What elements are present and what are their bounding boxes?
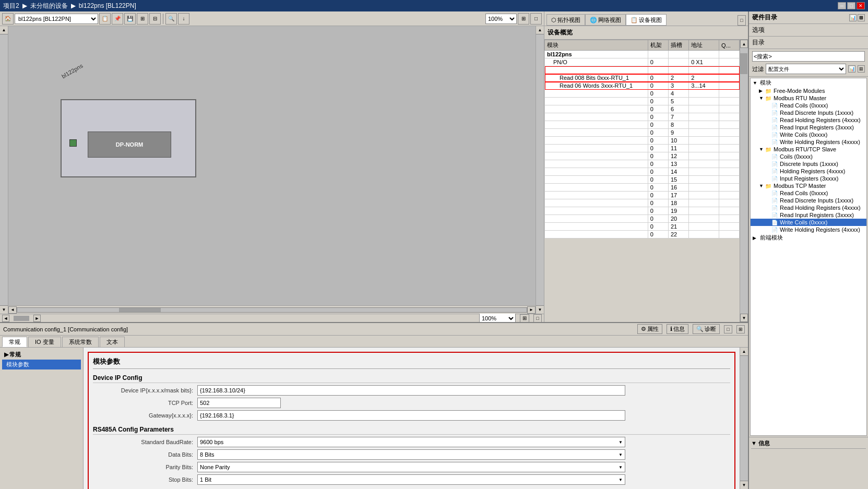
overview-table[interactable]: 模块 机架 插槽 地址 Q... bl122pns <box>544 40 740 322</box>
toolbar-grid-button[interactable]: ⊞ <box>137 13 148 25</box>
canvas-vscroll-right[interactable]: ▲ ▼ <box>536 26 544 314</box>
overview-vscroll[interactable]: ▲ ▼ <box>740 40 748 322</box>
device-box[interactable]: DP-NORM <box>61 99 196 177</box>
hscroll-thumb[interactable] <box>119 308 161 312</box>
table-row[interactable]: bl122pns <box>545 51 740 58</box>
tree-item[interactable]: 📄Coils (0xxxx) <box>751 153 866 160</box>
toolbar-paste-button[interactable]: 📌 <box>112 13 123 25</box>
bottom-float-button[interactable]: ⊞ <box>736 325 745 333</box>
table-row[interactable]: 0 10 <box>545 137 740 145</box>
table-row[interactable]: 0 7 <box>545 113 740 121</box>
tab-io-vars[interactable]: IO 变量 <box>28 337 61 347</box>
table-row[interactable]: 0 18 <box>545 199 740 207</box>
toolbar-save-button[interactable]: 💾 <box>124 13 136 25</box>
tree-item[interactable]: ▼📁Modbus TCP Master <box>751 182 866 189</box>
status-expand-button[interactable]: □ <box>533 314 542 323</box>
table-row[interactable]: Read 008 Bits 0xxx-RTU_1 0 2 2 <box>545 74 740 82</box>
toolbar-layout-button[interactable]: ⊟ <box>149 13 161 25</box>
hw-search-input[interactable] <box>752 51 865 62</box>
toolbar-copy-button[interactable]: 📋 <box>99 13 111 25</box>
table-row[interactable]: 0 19 <box>545 207 740 215</box>
status-arrow-left[interactable]: ◄ <box>2 315 9 322</box>
hw-tree[interactable]: ▼模块▶📁Free-Mode Modules▼📁Modbus RTU Maste… <box>750 78 867 436</box>
overview-scroll-up[interactable]: ▲ <box>740 40 748 48</box>
tab-topology[interactable]: ⬡ 拓扑视图 <box>546 14 585 26</box>
table-row[interactable]: 0 5 <box>545 98 740 105</box>
minimize-button[interactable]: ─ <box>838 2 846 9</box>
tree-item[interactable]: 📄Write Holding Registers (4xxxx) <box>751 138 866 146</box>
hscroll-right-btn[interactable]: ► <box>527 306 536 314</box>
filter-icon[interactable]: 📊 <box>848 65 855 73</box>
canvas-vscroll-left[interactable]: ▲ ▼ <box>0 26 8 314</box>
status-arrow-right[interactable]: ► <box>33 315 41 322</box>
tree-item[interactable]: 📄Read Coils (0xxxx) <box>751 102 866 109</box>
tree-item[interactable]: 📄Write Holding Registers (4xxxx) <box>751 226 866 233</box>
hw-grid-icon[interactable]: ⊞ <box>858 14 865 21</box>
table-row[interactable]: 0 20 <box>545 215 740 223</box>
tab-normal[interactable]: 常规 <box>2 337 27 347</box>
bottom-vscroll[interactable]: ▲ ▼ <box>740 348 748 489</box>
table-row[interactable]: 0 4 <box>545 90 740 98</box>
bottom-scroll-up[interactable]: ▲ <box>740 348 748 356</box>
parity-dropdown[interactable]: None Parity <box>197 462 625 472</box>
table-row[interactable]: PN/O 0 0 X1 <box>545 58 740 66</box>
zoom-fit-button[interactable]: ⊞ <box>520 314 529 323</box>
table-row[interactable]: Communication config_1 0 1 <box>545 66 740 74</box>
table-row[interactable]: 0 8 <box>545 121 740 129</box>
baud-dropdown[interactable]: 9600 bps <box>197 437 625 447</box>
tree-item[interactable]: 📄Input Registers (3xxxx) <box>751 175 866 182</box>
tcp-port-input[interactable] <box>197 398 281 408</box>
tab-text[interactable]: 文本 <box>100 337 125 347</box>
table-row[interactable]: 0 14 <box>545 168 740 176</box>
canvas-hscroll[interactable]: ◄ ► <box>8 305 536 314</box>
config-filter-select[interactable]: 配置文件 配置文件: <全部> <box>766 64 846 74</box>
tree-item[interactable]: 📄Read Coils (0xxxx) <box>751 189 866 197</box>
table-row[interactable]: 0 15 <box>545 176 740 184</box>
toolbar-home-button[interactable]: 🏠 <box>2 13 14 25</box>
filter-grid-icon[interactable]: ⊞ <box>858 65 865 73</box>
device-ip-input[interactable] <box>197 385 625 396</box>
close-button[interactable]: ✕ <box>857 2 865 9</box>
tree-item[interactable]: ▼📁Modbus RTU Master <box>751 94 866 102</box>
status-thumb[interactable] <box>14 316 29 321</box>
tree-item[interactable]: 📄Holding Registers (4xxxx) <box>751 168 866 175</box>
overview-scroll-down[interactable]: ▼ <box>740 314 748 322</box>
tree-item[interactable]: 📄Read Discrete Inputs (1xxxx) <box>751 197 866 204</box>
tree-item[interactable]: 📄Read Holding Registers (4xxxx) <box>751 116 866 124</box>
zoom-selector[interactable]: 100% <box>485 14 517 24</box>
props-diag-btn[interactable]: 🔍 诊断 <box>693 324 720 334</box>
tree-item[interactable]: 📄Read Discrete Inputs (1xxxx) <box>751 109 866 116</box>
table-row[interactable]: 0 9 <box>545 129 740 137</box>
bottom-expand-button[interactable]: □ <box>724 325 732 333</box>
tab-network[interactable]: 🌐 网络视图 <box>585 14 626 26</box>
overview-expand-button[interactable]: □ <box>738 15 746 26</box>
toolbar-zoom-button[interactable]: 🔍 <box>165 13 177 25</box>
table-row[interactable]: 0 21 <box>545 223 740 231</box>
scroll-up-btn-r[interactable]: ▲ <box>536 26 544 34</box>
stopbits-dropdown[interactable]: 1 Bit <box>197 474 625 485</box>
table-row[interactable]: 0 22 <box>545 231 740 238</box>
tree-item[interactable]: 📄Read Input Registers (3xxxx) <box>751 211 866 219</box>
tree-item[interactable]: ▼📁Modbus RTU/TCP Slave <box>751 146 866 153</box>
bottom-scroll-down[interactable]: ▼ <box>740 481 748 489</box>
device-selector[interactable]: bl122pns [BL122PN] <box>15 14 98 24</box>
tree-item[interactable]: 📄Read Input Registers (3xxxx) <box>751 124 866 131</box>
table-row[interactable]: 0 6 <box>545 105 740 113</box>
table-row[interactable]: Read 06 Words 3xxx-RTU_1 0 3 3...14 <box>545 82 740 90</box>
toolbar-expand-button[interactable]: ⊞ <box>518 13 529 25</box>
tree-item[interactable]: 📄Read Holding Registers (4xxxx) <box>751 204 866 211</box>
table-row[interactable]: 0 16 <box>545 184 740 192</box>
nav-group-normal[interactable]: ▶ 常规 <box>2 350 81 360</box>
maximize-button[interactable]: □ <box>847 2 855 9</box>
table-row[interactable]: 0 11 <box>545 145 740 152</box>
gateway-input[interactable] <box>197 410 625 421</box>
toolbar-collapse-button[interactable]: □ <box>530 13 542 25</box>
table-row[interactable]: 0 13 <box>545 160 740 168</box>
toolbar-download-button[interactable]: ↓ <box>178 13 189 25</box>
nav-item-module-params[interactable]: 模块参数 <box>2 360 81 369</box>
scroll-down-btn-r[interactable]: ▼ <box>536 305 544 314</box>
hw-chart-icon[interactable]: 📊 <box>849 14 857 21</box>
tree-item[interactable]: 📄Discrete Inputs (1xxxx) <box>751 160 866 168</box>
tree-item[interactable]: 📄Write Coils (0xxxx) <box>751 131 866 138</box>
props-info-btn[interactable]: ℹ 信息 <box>667 324 688 334</box>
